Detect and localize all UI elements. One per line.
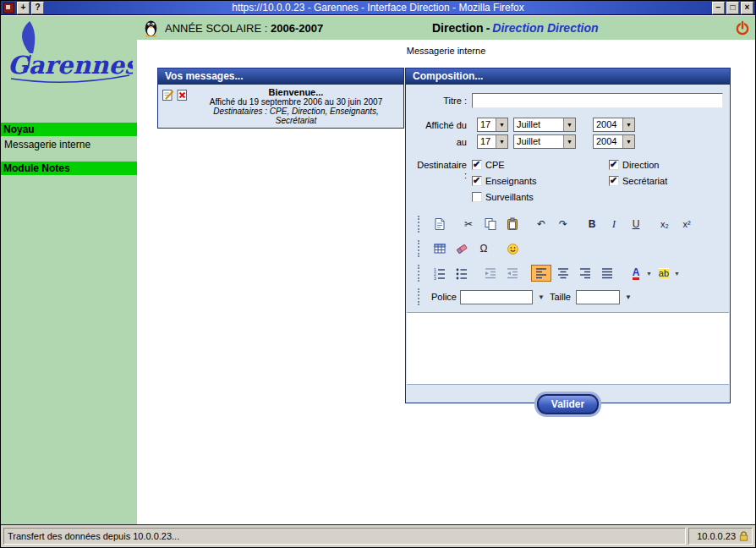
main-area: Messagerie interne Vos messages...: [137, 40, 755, 524]
bold-icon[interactable]: B: [582, 216, 602, 233]
valider-button[interactable]: Valider: [537, 394, 599, 414]
school-year-value: 2006-2007: [271, 22, 323, 35]
indent-icon-image: [506, 266, 519, 280]
undo-icon[interactable]: ↶: [531, 216, 551, 233]
messages-panel: Vos messages...: [157, 68, 404, 129]
taille-dropdown-arrow[interactable]: ▼: [623, 293, 633, 301]
paste-icon-image: [506, 217, 519, 231]
logout-button[interactable]: [735, 20, 750, 36]
enseignants-checkbox[interactable]: [472, 176, 482, 186]
sidebar-item-messagerie-interne[interactable]: Messagerie interne: [3, 138, 137, 151]
direction-checkbox[interactable]: [609, 160, 619, 170]
police-select[interactable]: [460, 290, 533, 304]
affiche-du-label: Affiché du: [413, 120, 467, 130]
indent-icon[interactable]: [502, 265, 523, 282]
bullet-list-icon[interactable]: [452, 265, 472, 282]
document-icon-image: [433, 217, 446, 231]
toolbar-grip[interactable]: [418, 240, 421, 257]
power-icon: [735, 20, 750, 36]
eraser-icon[interactable]: [452, 240, 472, 257]
chevron-down-icon[interactable]: ▼: [622, 118, 634, 131]
status-host: 10.0.0.23: [697, 531, 736, 541]
close-button[interactable]: ×: [741, 2, 753, 14]
from-day-select[interactable]: 17 ▼: [477, 118, 508, 132]
from-month-select[interactable]: Juillet ▼: [513, 118, 576, 132]
chevron-down-icon[interactable]: ▼: [622, 135, 634, 148]
superscript-icon[interactable]: x²: [677, 216, 697, 233]
align-left-icon-image: [534, 266, 548, 280]
editor-toolbar-row-2: Ω: [406, 240, 730, 257]
insert-table-icon[interactable]: [430, 240, 450, 257]
toolbar-grip[interactable]: [418, 265, 421, 282]
help-button[interactable]: ?: [31, 2, 44, 14]
titre-input[interactable]: [472, 93, 723, 108]
to-month-select[interactable]: Juillet ▼: [513, 134, 576, 149]
cut-icon[interactable]: ✂: [458, 216, 479, 233]
garennes-logo-image: Garennes: [4, 18, 133, 89]
redo-icon[interactable]: ↷: [553, 216, 573, 233]
align-justify-icon[interactable]: [597, 265, 617, 282]
window-titlebar[interactable]: + ? https://10.0.0.23 - Garennes - Inter…: [1, 1, 755, 15]
align-left-icon[interactable]: [531, 265, 551, 282]
window-menu-icon[interactable]: [3, 3, 14, 14]
highlight-dropdown-arrow[interactable]: ▼: [674, 271, 680, 277]
to-year-select[interactable]: 2004 ▼: [593, 134, 635, 149]
garennes-logo: Garennes: [1, 16, 137, 90]
window-title: https://10.0.0.23 - Garennes - Interface…: [45, 1, 711, 14]
maximize-button[interactable]: □: [726, 2, 739, 14]
role-title: Direction: [432, 21, 484, 35]
chevron-down-icon[interactable]: ▼: [563, 118, 575, 131]
titre-label: Titre :: [413, 96, 467, 106]
secretariat-checkbox[interactable]: [609, 176, 619, 186]
outdent-icon[interactable]: [480, 265, 501, 282]
police-dropdown-arrow[interactable]: ▼: [536, 293, 546, 301]
align-right-icon-image: [578, 266, 592, 280]
smiley-icon-image: [507, 243, 519, 255]
taille-select[interactable]: [576, 290, 620, 304]
cpe-checkbox-label: CPE: [485, 160, 505, 170]
chevron-down-icon[interactable]: ▼: [563, 135, 575, 148]
recipients-checkbox-group: CPE Direction Enseignants Secrétari: [472, 160, 667, 202]
font-color-icon[interactable]: A: [626, 265, 646, 282]
svg-text:3: 3: [434, 276, 436, 280]
font-color-dropdown-arrow[interactable]: ▼: [646, 271, 652, 277]
school-year-label: ANNÉE SCOLAIRE :: [165, 22, 267, 35]
ordered-list-icon-image: 123: [433, 266, 446, 280]
from-year-select[interactable]: 2004 ▼: [593, 118, 635, 132]
cpe-checkbox[interactable]: [472, 160, 482, 170]
subscript-icon[interactable]: x₂: [655, 216, 675, 233]
to-day-select[interactable]: 17 ▼: [477, 134, 508, 149]
delete-message-icon[interactable]: [176, 89, 189, 101]
align-right-icon[interactable]: [575, 265, 595, 282]
direction-checkbox-label: Direction: [622, 160, 659, 170]
italic-icon[interactable]: I: [604, 216, 624, 233]
police-label: Police: [431, 292, 457, 302]
toolbar-grip[interactable]: [418, 216, 421, 233]
au-label: au: [413, 137, 467, 147]
table-icon-image: [433, 242, 446, 255]
browser-window: + ? https://10.0.0.23 - Garennes - Inter…: [0, 0, 756, 548]
underline-icon[interactable]: U: [626, 216, 646, 233]
surveillants-checkbox[interactable]: [472, 192, 482, 202]
editor-toolbar-row-3: 123: [406, 265, 730, 282]
align-justify-icon-image: [600, 266, 614, 280]
align-center-icon[interactable]: [553, 265, 573, 282]
smiley-icon[interactable]: [502, 240, 523, 257]
chevron-down-icon[interactable]: ▼: [496, 118, 507, 131]
special-char-icon[interactable]: Ω: [474, 240, 494, 257]
pin-button[interactable]: +: [17, 2, 30, 14]
surveillants-checkbox-label: Surveillants: [485, 192, 534, 202]
sidebar-section-noyau: Noyau: [1, 123, 137, 136]
document-icon[interactable]: [430, 216, 450, 233]
school-year: ANNÉE SCOLAIRE : 2006-2007: [165, 22, 323, 35]
message-body-editor[interactable]: [407, 312, 729, 385]
message-list-item: Bienvenue... Affiché du 19 septembre 200…: [158, 85, 403, 128]
toolbar-grip[interactable]: [418, 288, 421, 305]
edit-message-icon[interactable]: [162, 89, 174, 101]
minimize-button[interactable]: −: [712, 2, 725, 14]
ordered-list-icon[interactable]: 123: [430, 265, 450, 282]
paste-icon[interactable]: [502, 216, 523, 233]
copy-icon[interactable]: [480, 216, 501, 233]
chevron-down-icon[interactable]: ▼: [496, 135, 507, 148]
highlight-icon[interactable]: ab: [654, 265, 674, 282]
